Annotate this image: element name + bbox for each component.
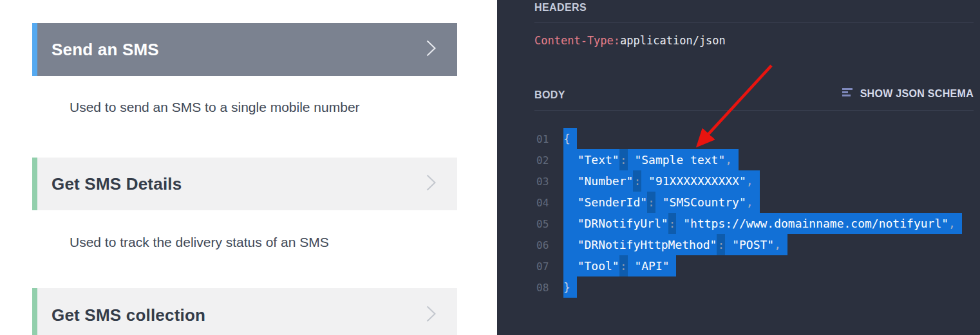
line-number: 04 <box>536 192 563 213</box>
json-key: "Number" <box>578 174 634 188</box>
json-key: "DRNotifyHttpMethod" <box>578 238 717 251</box>
endpoint-title: Get SMS collection <box>52 305 205 325</box>
code-token: , <box>746 174 753 188</box>
code-token: : <box>647 192 655 213</box>
code-token: { <box>563 132 570 145</box>
selected-code: } <box>563 276 577 298</box>
code-line: 08} <box>536 276 962 298</box>
code-line: 06 "DRNotifyHttpMethod": "POST", <box>536 234 962 255</box>
code-line: 03 "Number": "91XXXXXXXXXX", <box>536 170 962 192</box>
json-value: "91XXXXXXXXXX" <box>648 174 746 188</box>
selected-code: { <box>563 128 577 149</box>
line-number: 08 <box>536 277 563 298</box>
selected-code: "SenderId": "SMSCountry", <box>563 192 760 213</box>
json-value: "Sample text" <box>634 153 725 167</box>
code-line: 05 "DRNotifyUrl": "https://www.domainnam… <box>536 213 962 234</box>
chevron-right-icon <box>426 39 437 60</box>
chevron-right-icon <box>426 174 437 194</box>
json-value: "POST" <box>732 238 774 251</box>
headers-section-title: HEADERS <box>534 2 587 14</box>
show-json-schema-button[interactable]: SHOW JSON SCHEMA <box>842 88 974 100</box>
header-name: Content-Type: <box>534 34 620 47</box>
code-token: : <box>619 149 628 170</box>
json-key: "Text" <box>578 153 619 167</box>
selected-code: "Tool": "API" <box>563 255 676 276</box>
selected-code: "Text": "Sample text", <box>563 149 739 170</box>
code-token: : <box>633 170 641 192</box>
code-line: 01{ <box>536 128 962 149</box>
schema-button-label: SHOW JSON SCHEMA <box>860 88 974 100</box>
code-token: , <box>948 217 956 230</box>
divider <box>534 22 974 23</box>
json-key: "DRNotifyUrl" <box>578 217 668 230</box>
divider <box>534 110 974 111</box>
code-token: : <box>668 213 677 234</box>
line-number: 05 <box>536 213 563 235</box>
line-number: 06 <box>536 235 563 256</box>
line-number: 03 <box>536 171 563 192</box>
line-number: 01 <box>536 129 563 150</box>
request-panel: HEADERS Content-Type:application/json BO… <box>497 0 980 335</box>
code-token: } <box>563 280 570 294</box>
selected-code: "Number": "91XXXXXXXXXX", <box>563 170 760 192</box>
selected-code: "DRNotifyUrl": "https://www.domainname.c… <box>563 213 962 234</box>
endpoint-title: Send an SMS <box>52 40 159 60</box>
endpoint-description: Used to track the delivery status of an … <box>70 235 329 250</box>
endpoint-description: Used to send an SMS to a single mobile n… <box>70 100 360 115</box>
body-section-title: BODY <box>534 89 565 101</box>
code-line: 07 "Tool": "API" <box>536 255 962 276</box>
code-token: : <box>717 234 725 255</box>
json-key: "Tool" <box>578 259 619 273</box>
line-number: 07 <box>536 256 563 277</box>
code-token: , <box>725 153 732 167</box>
code-token: : <box>619 255 628 276</box>
endpoint-card-get-sms-details[interactable]: Get SMS Details <box>32 158 457 210</box>
json-key: "SenderId" <box>578 195 647 209</box>
json-value: "SMSCountry" <box>663 195 746 209</box>
schema-list-icon <box>842 88 853 100</box>
code-line: 02 "Text": "Sample text", <box>536 149 962 170</box>
content-type-header: Content-Type:application/json <box>534 34 726 47</box>
chevron-right-icon <box>426 305 437 325</box>
endpoint-card-send-sms[interactable]: Send an SMS <box>32 23 457 76</box>
json-value: "https://www.domainname.com/notifyurl" <box>683 217 948 230</box>
selected-code: "DRNotifyHttpMethod": "POST", <box>563 234 787 255</box>
code-token: , <box>746 195 753 209</box>
code-line: 04 "SenderId": "SMSCountry", <box>536 192 962 213</box>
endpoint-title: Get SMS Details <box>52 174 182 194</box>
endpoint-card-get-sms-collection[interactable]: Get SMS collection <box>32 288 457 335</box>
header-value: application/json <box>620 34 726 47</box>
line-number: 02 <box>536 150 563 171</box>
json-value: "API" <box>634 259 669 273</box>
json-code-block: 01{02 "Text": "Sample text",03 "Number":… <box>536 128 962 298</box>
code-token: , <box>774 238 781 251</box>
